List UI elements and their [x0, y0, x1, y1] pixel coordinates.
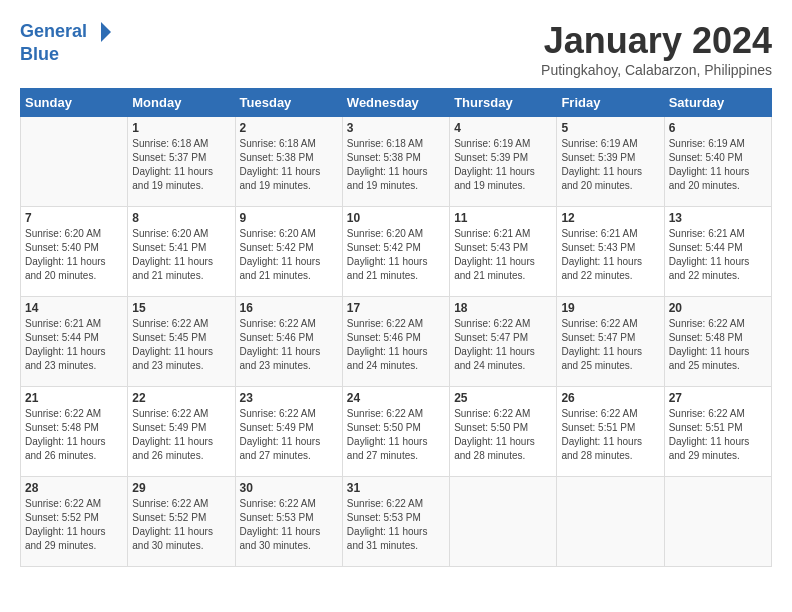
month-title: January 2024	[541, 20, 772, 62]
logo: General Blue	[20, 20, 113, 66]
day-number: 31	[347, 481, 445, 495]
day-number: 30	[240, 481, 338, 495]
day-info: Sunrise: 6:20 AM Sunset: 5:42 PM Dayligh…	[240, 227, 338, 283]
day-cell: 24Sunrise: 6:22 AM Sunset: 5:50 PM Dayli…	[342, 387, 449, 477]
day-number: 8	[132, 211, 230, 225]
day-info: Sunrise: 6:22 AM Sunset: 5:49 PM Dayligh…	[240, 407, 338, 463]
day-info: Sunrise: 6:19 AM Sunset: 5:39 PM Dayligh…	[454, 137, 552, 193]
day-cell: 12Sunrise: 6:21 AM Sunset: 5:43 PM Dayli…	[557, 207, 664, 297]
day-cell: 25Sunrise: 6:22 AM Sunset: 5:50 PM Dayli…	[450, 387, 557, 477]
day-number: 3	[347, 121, 445, 135]
day-info: Sunrise: 6:22 AM Sunset: 5:51 PM Dayligh…	[669, 407, 767, 463]
day-number: 25	[454, 391, 552, 405]
day-number: 14	[25, 301, 123, 315]
day-number: 4	[454, 121, 552, 135]
day-info: Sunrise: 6:22 AM Sunset: 5:51 PM Dayligh…	[561, 407, 659, 463]
day-info: Sunrise: 6:18 AM Sunset: 5:38 PM Dayligh…	[347, 137, 445, 193]
day-number: 17	[347, 301, 445, 315]
col-header-thursday: Thursday	[450, 89, 557, 117]
day-number: 20	[669, 301, 767, 315]
col-header-tuesday: Tuesday	[235, 89, 342, 117]
week-row-2: 7Sunrise: 6:20 AM Sunset: 5:40 PM Daylig…	[21, 207, 772, 297]
day-number: 1	[132, 121, 230, 135]
col-header-friday: Friday	[557, 89, 664, 117]
day-info: Sunrise: 6:21 AM Sunset: 5:44 PM Dayligh…	[25, 317, 123, 373]
day-info: Sunrise: 6:21 AM Sunset: 5:43 PM Dayligh…	[454, 227, 552, 283]
day-cell: 15Sunrise: 6:22 AM Sunset: 5:45 PM Dayli…	[128, 297, 235, 387]
day-info: Sunrise: 6:20 AM Sunset: 5:40 PM Dayligh…	[25, 227, 123, 283]
day-cell: 2Sunrise: 6:18 AM Sunset: 5:38 PM Daylig…	[235, 117, 342, 207]
day-cell	[557, 477, 664, 567]
day-number: 11	[454, 211, 552, 225]
day-info: Sunrise: 6:21 AM Sunset: 5:43 PM Dayligh…	[561, 227, 659, 283]
day-cell	[450, 477, 557, 567]
day-number: 22	[132, 391, 230, 405]
day-cell: 27Sunrise: 6:22 AM Sunset: 5:51 PM Dayli…	[664, 387, 771, 477]
day-cell: 5Sunrise: 6:19 AM Sunset: 5:39 PM Daylig…	[557, 117, 664, 207]
day-cell: 17Sunrise: 6:22 AM Sunset: 5:46 PM Dayli…	[342, 297, 449, 387]
day-number: 18	[454, 301, 552, 315]
calendar-table: SundayMondayTuesdayWednesdayThursdayFrid…	[20, 88, 772, 567]
day-cell: 8Sunrise: 6:20 AM Sunset: 5:41 PM Daylig…	[128, 207, 235, 297]
day-cell: 19Sunrise: 6:22 AM Sunset: 5:47 PM Dayli…	[557, 297, 664, 387]
day-number: 5	[561, 121, 659, 135]
svg-marker-0	[101, 22, 111, 42]
col-header-monday: Monday	[128, 89, 235, 117]
day-number: 19	[561, 301, 659, 315]
day-cell: 7Sunrise: 6:20 AM Sunset: 5:40 PM Daylig…	[21, 207, 128, 297]
day-cell: 14Sunrise: 6:21 AM Sunset: 5:44 PM Dayli…	[21, 297, 128, 387]
logo-text: General Blue	[20, 20, 113, 66]
week-row-4: 21Sunrise: 6:22 AM Sunset: 5:48 PM Dayli…	[21, 387, 772, 477]
day-number: 7	[25, 211, 123, 225]
day-info: Sunrise: 6:22 AM Sunset: 5:45 PM Dayligh…	[132, 317, 230, 373]
day-number: 24	[347, 391, 445, 405]
day-number: 6	[669, 121, 767, 135]
day-info: Sunrise: 6:22 AM Sunset: 5:53 PM Dayligh…	[347, 497, 445, 553]
day-cell	[664, 477, 771, 567]
day-number: 12	[561, 211, 659, 225]
day-info: Sunrise: 6:19 AM Sunset: 5:40 PM Dayligh…	[669, 137, 767, 193]
logo-general: General	[20, 21, 87, 41]
day-info: Sunrise: 6:22 AM Sunset: 5:50 PM Dayligh…	[454, 407, 552, 463]
day-info: Sunrise: 6:20 AM Sunset: 5:41 PM Dayligh…	[132, 227, 230, 283]
day-info: Sunrise: 6:22 AM Sunset: 5:50 PM Dayligh…	[347, 407, 445, 463]
day-cell: 10Sunrise: 6:20 AM Sunset: 5:42 PM Dayli…	[342, 207, 449, 297]
day-number: 2	[240, 121, 338, 135]
day-info: Sunrise: 6:22 AM Sunset: 5:53 PM Dayligh…	[240, 497, 338, 553]
week-row-1: 1Sunrise: 6:18 AM Sunset: 5:37 PM Daylig…	[21, 117, 772, 207]
day-cell: 28Sunrise: 6:22 AM Sunset: 5:52 PM Dayli…	[21, 477, 128, 567]
day-number: 9	[240, 211, 338, 225]
day-info: Sunrise: 6:22 AM Sunset: 5:49 PM Dayligh…	[132, 407, 230, 463]
day-cell: 22Sunrise: 6:22 AM Sunset: 5:49 PM Dayli…	[128, 387, 235, 477]
location: Putingkahoy, Calabarzon, Philippines	[541, 62, 772, 78]
header-row: SundayMondayTuesdayWednesdayThursdayFrid…	[21, 89, 772, 117]
day-cell: 20Sunrise: 6:22 AM Sunset: 5:48 PM Dayli…	[664, 297, 771, 387]
day-number: 29	[132, 481, 230, 495]
col-header-sunday: Sunday	[21, 89, 128, 117]
day-cell: 16Sunrise: 6:22 AM Sunset: 5:46 PM Dayli…	[235, 297, 342, 387]
day-cell: 30Sunrise: 6:22 AM Sunset: 5:53 PM Dayli…	[235, 477, 342, 567]
page-header: General Blue January 2024 Putingkahoy, C…	[20, 20, 772, 78]
day-info: Sunrise: 6:22 AM Sunset: 5:52 PM Dayligh…	[25, 497, 123, 553]
day-cell: 9Sunrise: 6:20 AM Sunset: 5:42 PM Daylig…	[235, 207, 342, 297]
logo-blue: Blue	[20, 44, 59, 64]
col-header-saturday: Saturday	[664, 89, 771, 117]
day-cell: 23Sunrise: 6:22 AM Sunset: 5:49 PM Dayli…	[235, 387, 342, 477]
day-number: 16	[240, 301, 338, 315]
day-cell: 29Sunrise: 6:22 AM Sunset: 5:52 PM Dayli…	[128, 477, 235, 567]
day-number: 21	[25, 391, 123, 405]
day-cell: 11Sunrise: 6:21 AM Sunset: 5:43 PM Dayli…	[450, 207, 557, 297]
day-info: Sunrise: 6:22 AM Sunset: 5:52 PM Dayligh…	[132, 497, 230, 553]
week-row-3: 14Sunrise: 6:21 AM Sunset: 5:44 PM Dayli…	[21, 297, 772, 387]
title-block: January 2024 Putingkahoy, Calabarzon, Ph…	[541, 20, 772, 78]
day-info: Sunrise: 6:18 AM Sunset: 5:38 PM Dayligh…	[240, 137, 338, 193]
day-info: Sunrise: 6:22 AM Sunset: 5:47 PM Dayligh…	[561, 317, 659, 373]
day-number: 28	[25, 481, 123, 495]
day-cell: 1Sunrise: 6:18 AM Sunset: 5:37 PM Daylig…	[128, 117, 235, 207]
day-cell: 13Sunrise: 6:21 AM Sunset: 5:44 PM Dayli…	[664, 207, 771, 297]
day-number: 10	[347, 211, 445, 225]
day-info: Sunrise: 6:19 AM Sunset: 5:39 PM Dayligh…	[561, 137, 659, 193]
day-info: Sunrise: 6:22 AM Sunset: 5:46 PM Dayligh…	[240, 317, 338, 373]
day-number: 27	[669, 391, 767, 405]
day-info: Sunrise: 6:21 AM Sunset: 5:44 PM Dayligh…	[669, 227, 767, 283]
